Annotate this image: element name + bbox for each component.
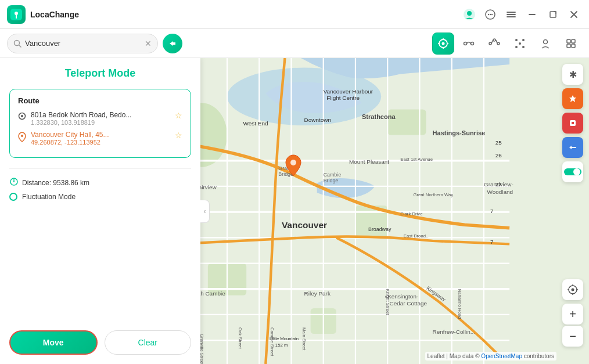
svg-point-29 — [522, 39, 525, 41]
history-button[interactable] — [560, 33, 582, 55]
title-bar: LocaChange — [0, 0, 589, 29]
two-stop-route-button[interactable] — [458, 33, 480, 55]
svg-text:Strathcona: Strathcona — [362, 113, 396, 120]
locate-button[interactable] — [562, 279, 583, 300]
fluctuation-toggle[interactable] — [9, 193, 17, 201]
svg-point-24 — [471, 42, 474, 45]
distance-icon — [9, 177, 19, 188]
divider — [9, 168, 191, 169]
svg-point-18 — [442, 42, 445, 45]
orange-control[interactable] — [562, 88, 583, 109]
svg-text:Flight Centre: Flight Centre — [326, 95, 360, 101]
close-icon[interactable] — [566, 6, 582, 23]
chat-icon[interactable] — [482, 6, 498, 23]
svg-text:25: 25 — [495, 139, 502, 146]
titlebar-actions — [461, 6, 582, 23]
red-control[interactable] — [562, 113, 583, 134]
search-icon — [13, 39, 21, 48]
svg-text:Cambie Street: Cambie Street — [270, 327, 275, 356]
svg-point-28 — [515, 39, 518, 41]
svg-point-23 — [464, 42, 467, 45]
search-input[interactable] — [25, 39, 141, 48]
svg-text:Cambie: Cambie — [324, 172, 342, 178]
destination-item: Vancouver City Hall, 45... 49.260872, -1… — [18, 131, 182, 146]
svg-text:Downtown: Downtown — [304, 117, 331, 123]
menu-icon[interactable] — [503, 6, 519, 23]
destination-star-icon[interactable]: ☆ — [175, 131, 182, 140]
svg-text:Woodland: Woodland — [487, 189, 513, 195]
svg-text:Nanaimo Road: Nanaimo Road — [457, 289, 462, 319]
multi-route-button[interactable] — [483, 33, 505, 55]
minimize-icon[interactable] — [524, 6, 540, 23]
svg-point-27 — [497, 42, 500, 45]
fluctuation-row: Fluctuation Mode — [0, 190, 200, 203]
svg-point-33 — [544, 39, 548, 44]
origin-icon — [18, 112, 26, 122]
app-title: LocaChange — [30, 10, 461, 19]
svg-text:Main Street: Main Street — [301, 327, 307, 351]
destination-name: Vancouver City Hall, 45... — [31, 131, 109, 139]
svg-text:Bridge: Bridge — [324, 178, 339, 183]
svg-point-26 — [493, 39, 495, 41]
zoom-in-button[interactable]: + — [562, 304, 583, 325]
zoom-controls: + − — [562, 279, 583, 347]
search-submit-button[interactable] — [163, 34, 182, 53]
svg-text:Little Mountain: Little Mountain — [270, 336, 299, 341]
svg-point-110 — [290, 160, 296, 165]
collapse-panel-button[interactable]: ‹ — [200, 200, 210, 223]
svg-text:East Broad...: East Broad... — [404, 233, 430, 239]
blue-control[interactable] — [562, 137, 583, 158]
route-import-button[interactable] — [509, 33, 531, 55]
svg-point-25 — [489, 42, 491, 45]
fluctuation-text: Fluctuation Mode — [22, 193, 76, 201]
svg-line-16 — [19, 45, 21, 47]
distance-row: Distance: 9538.86 km — [0, 175, 200, 190]
svg-text:Vancouver Harbour: Vancouver Harbour — [324, 88, 373, 95]
toggle-control[interactable] — [562, 161, 583, 182]
svg-text:Riley Park: Riley Park — [304, 290, 331, 297]
svg-rect-35 — [572, 39, 575, 43]
distance-text: Distance: 9538.86 km — [22, 179, 89, 187]
destination-icon — [18, 132, 26, 144]
origin-star-icon[interactable]: ☆ — [175, 111, 182, 120]
svg-text:Vancouver: Vancouver — [282, 220, 327, 230]
app-logo — [7, 5, 26, 24]
svg-point-30 — [515, 46, 518, 48]
svg-rect-12 — [550, 12, 556, 17]
destination-coords: 49.260872, -123.113952 — [31, 139, 109, 146]
svg-text:West End: West End — [243, 120, 268, 127]
search-clear-icon[interactable]: ✕ — [145, 39, 152, 48]
panel-title: Teleport Mode — [9, 67, 191, 80]
svg-text:Oak Street: Oak Street — [238, 327, 243, 349]
svg-point-6 — [490, 13, 491, 15]
move-button[interactable]: Move — [9, 330, 98, 355]
expand-icon[interactable] — [545, 6, 561, 23]
svg-rect-34 — [567, 39, 570, 43]
map-attribution: Leaflet | Map data © OpenStreetMap contr… — [425, 352, 556, 361]
svg-point-122 — [21, 115, 23, 117]
toolbar: ✕ — [0, 29, 589, 58]
svg-text:Hastings-Sunrise: Hastings-Sunrise — [433, 129, 486, 136]
svg-point-116 — [572, 289, 574, 291]
mode-buttons — [432, 33, 582, 55]
map-controls: ✱ — [562, 64, 583, 182]
zoom-out-button[interactable]: − — [562, 326, 583, 347]
teleport-mode-button[interactable] — [432, 33, 454, 55]
map-pin — [285, 154, 302, 182]
action-buttons: Move Clear — [0, 321, 200, 364]
asterisk-control[interactable]: ✱ — [562, 64, 583, 85]
search-box: ✕ — [7, 34, 158, 53]
svg-text:Broadway: Broadway — [368, 226, 392, 232]
svg-text:7: 7 — [490, 208, 494, 214]
svg-point-123 — [21, 135, 23, 137]
svg-text:Clark Drive: Clark Drive — [400, 211, 422, 217]
osm-link[interactable]: OpenStreetMap — [481, 353, 522, 359]
panel-header: Teleport Mode — [0, 58, 200, 84]
person-button[interactable] — [534, 33, 556, 55]
clear-button[interactable]: Clear — [105, 330, 192, 355]
profile-icon[interactable] — [461, 6, 477, 23]
svg-point-31 — [522, 46, 525, 48]
svg-text:Mount Pleasant: Mount Pleasant — [349, 158, 389, 165]
svg-text:Knight Street: Knight Street — [385, 289, 390, 315]
svg-point-32 — [519, 42, 521, 45]
